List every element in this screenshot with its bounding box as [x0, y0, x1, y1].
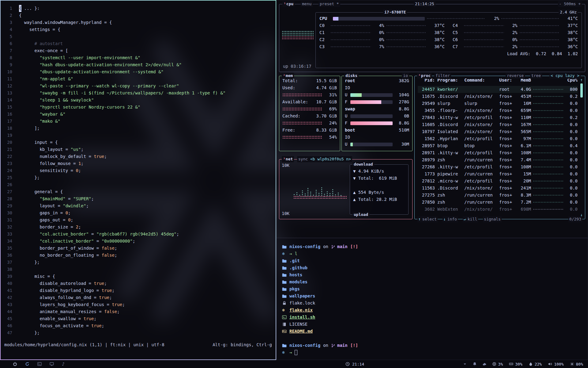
code-line[interactable]: 45 enable_swallow = true;	[2, 315, 274, 322]
code-line[interactable]: 35 border_part_of_window = false;	[2, 245, 274, 252]
filter-button[interactable]: filter	[434, 73, 451, 79]
process-scrollbar[interactable]: ↑ ↓	[579, 77, 584, 218]
code-line[interactable]: 11 "nm-applet &"	[2, 75, 274, 82]
code-line[interactable]: 39 misc = {	[2, 273, 274, 280]
bell-icon[interactable]	[473, 362, 477, 366]
droplet-module[interactable]: 22%	[529, 361, 542, 368]
process-row[interactable]: 27275zsh/run/currenfros+8.3M0.0	[418, 192, 578, 199]
command-line[interactable]: ❄ →	[282, 349, 582, 356]
tree-button[interactable]: tree	[530, 73, 542, 79]
code-line[interactable]: 12 "wl-paste --primary --watch wl-copy -…	[2, 82, 274, 90]
disks-tab[interactable]: disks	[344, 73, 359, 79]
process-row[interactable]: 1773pipewire/run/currenfros+15M0.0	[418, 171, 578, 178]
code-line[interactable]: 6 # autostart	[2, 40, 274, 47]
code-line[interactable]: 8 "systemctl --user import-environment &…	[2, 54, 274, 61]
refresh-icon[interactable]	[25, 362, 29, 366]
file-entry[interactable]: wallpapers	[282, 293, 582, 300]
code-line[interactable]: 32 border_size = 2;	[2, 224, 274, 231]
code-line[interactable]: 17 "mako &"	[2, 118, 274, 125]
process-row[interactable]: 1562.Hyprlan/etc/profilfros+97M0.0	[418, 135, 578, 142]
process-row[interactable]: 3455.floorp-/nix/store/fros+659M0.0	[418, 107, 578, 114]
code-line[interactable]: 22 numlock_by_default = true;	[2, 153, 274, 160]
code-line[interactable]: 19	[2, 132, 274, 139]
btop-window[interactable]: ¹cpu menu preset * 21:14:25 - 500ms + i7…	[276, 0, 588, 238]
scroll-up-icon[interactable]: ↑	[580, 77, 583, 83]
code-line[interactable]: 29 layout = "dwindle";	[2, 202, 274, 209]
code-line[interactable]: 42 always_follow_on_dnd = true;	[2, 294, 274, 301]
file-entry[interactable]: README.md	[282, 328, 582, 335]
code-line[interactable]: 46 focus_on_activate = true;	[2, 322, 274, 329]
process-row[interactable]: 28971.kitty-w/etc/profilfros+108M0.0	[418, 149, 578, 156]
process-row[interactable]: 27850zsh/run/currenfros+7.2M0.0	[418, 199, 578, 206]
file-entry[interactable]: LICENSE	[282, 321, 582, 328]
process-row[interactable]: 27812.micro-w/etc/profilfros+20M0.0	[418, 178, 578, 185]
proc-footer-item[interactable]: ↵kill	[463, 216, 478, 222]
reverse-button[interactable]: reverse	[506, 73, 525, 79]
code-line[interactable]: 14 "sleep 1 && swaylock"	[2, 97, 274, 104]
code-line[interactable]: 3 wayland.windowManager.hyprland = {	[2, 19, 274, 26]
code-line[interactable]: 4 settings = {	[2, 26, 274, 33]
process-row[interactable]: 27268.kitty-w/etc/profilfros+108M0.0	[418, 163, 578, 171]
terminal-workspace-icon[interactable]	[37, 362, 42, 366]
file-entry[interactable]: .git	[282, 257, 582, 264]
code-line[interactable]: 36 no_border_on_floating = false;	[2, 252, 274, 259]
editor-window[interactable]: 1{ ... }:2{3 wayland.windowManager.hyprl…	[0, 0, 276, 360]
proc-footer-item[interactable]: ↑select	[417, 216, 438, 222]
cpu-tab[interactable]: ¹cpu	[282, 1, 295, 7]
col-command[interactable]: Command:	[464, 77, 499, 84]
process-row[interactable]: 28979zsh/run/currenfros+7.4M0.0	[418, 156, 578, 163]
file-entry[interactable]: modules	[282, 278, 582, 286]
code-line[interactable]: 26	[2, 181, 274, 188]
code-line[interactable]: 33 "col.active_border" = "rgb(cba6f7) rg…	[2, 231, 274, 238]
process-row[interactable]: 24457kworker/root4.0G800	[418, 86, 578, 93]
code-line[interactable]: 7 exec-once = [	[2, 47, 274, 54]
mem-tab[interactable]: ²mem	[282, 73, 294, 79]
code-line[interactable]: 28 "$mainMod" = "SUPER";	[2, 195, 274, 202]
menu-button[interactable]: menu	[301, 1, 313, 7]
code-line[interactable]: 37 };	[2, 259, 274, 266]
net-tab[interactable]: ³net	[282, 156, 294, 162]
preset-button[interactable]: preset *	[318, 1, 340, 7]
process-row[interactable]: 11563.Discord/nix/store/fros+241M0.0	[418, 185, 578, 192]
process-row[interactable]: 28957btopbtopfros+6.1M0.4	[418, 142, 578, 149]
io-mode-button[interactable]: io	[402, 73, 409, 79]
scrollbar-thumb[interactable]	[580, 83, 583, 98]
file-entry[interactable]: ❄flake.nix	[282, 307, 582, 314]
update-interval-control[interactable]: - 500ms +	[558, 1, 582, 7]
net-sync-button[interactable]: sync	[297, 156, 309, 162]
volume-module[interactable]: 100%	[548, 361, 564, 368]
cloud-icon[interactable]	[482, 362, 487, 366]
code-line[interactable]: 23 follow_mouse = 1;	[2, 160, 274, 167]
process-row[interactable]: 11675.Discord/nix/store/fros+451M0.2	[418, 93, 578, 100]
terminal-window[interactable]: nixos-config on main [!] ❄ → l .git.gith…	[276, 238, 588, 360]
music-icon[interactable]: ♪	[62, 361, 65, 368]
power-icon[interactable]	[13, 362, 17, 366]
file-entry[interactable]: .github	[282, 264, 582, 271]
sort-mode-selector[interactable]: < cpu lazy >	[549, 73, 581, 79]
code-line[interactable]: 43 layers_hog_keyboard_focus = true;	[2, 301, 274, 308]
code-line[interactable]: 27 general = {	[2, 188, 274, 195]
code-line[interactable]: 13 "swaybg -m fill -i $(find ~/Pictures/…	[2, 90, 274, 97]
cpu-module[interactable]: 3%	[492, 361, 503, 368]
process-row[interactable]: 3602WebExten/nix/store/fros+698M0.0	[418, 206, 578, 213]
memory-module[interactable]: 30%	[509, 361, 522, 368]
code-line[interactable]: 10 "dbus-update-activation-environment -…	[2, 68, 274, 75]
code-line[interactable]: 2{	[2, 12, 274, 19]
terminal-cursor[interactable]	[295, 350, 297, 355]
process-row[interactable]: 11605.Discord/nix/store/fros+167M0.0	[418, 121, 578, 128]
code-area[interactable]: 1{ ... }:2{3 wayland.windowManager.hyprl…	[1, 1, 276, 336]
code-line[interactable]: 9 "hash dbus-update-activation-environme…	[2, 61, 274, 68]
code-line[interactable]: 40 disable_autoreload = true;	[2, 280, 274, 287]
code-line[interactable]: 1{ ... }:	[2, 5, 274, 12]
file-entry[interactable]: hosts	[282, 271, 582, 278]
code-line[interactable]: 15 "hyprctl setcursor Nordzy-cursors 22 …	[2, 104, 274, 111]
code-line[interactable]: 21 kb_layout = "us";	[2, 146, 274, 153]
file-entry[interactable]: flake.lock	[282, 300, 582, 307]
process-row[interactable]: 10797Isolated/nix/store/fros+565M0.0	[418, 128, 578, 135]
process-row[interactable]: 27843.kitty-w/etc/profilfros+110M0.2	[418, 114, 578, 121]
code-line[interactable]: 25 };	[2, 174, 274, 181]
code-line[interactable]: 44 animate_manual_resizes = false;	[2, 308, 274, 315]
proc-footer-item[interactable]: signals	[483, 216, 502, 222]
code-line[interactable]: 38	[2, 266, 274, 273]
code-line[interactable]: 20 input = {	[2, 139, 274, 146]
